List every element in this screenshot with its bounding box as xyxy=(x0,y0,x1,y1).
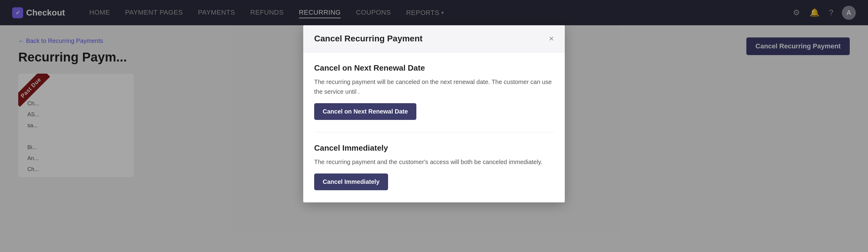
cancel-next-renewal-title: Cancel on Next Renewal Date xyxy=(314,63,554,73)
cancel-immediately-button[interactable]: Cancel Immediately xyxy=(314,173,388,190)
modal-close-button[interactable]: × xyxy=(549,34,554,43)
cancel-immediately-section: Cancel Immediately The recurring payment… xyxy=(314,143,554,190)
modal-title: Cancel Recurring Payment xyxy=(314,34,423,44)
modal-header: Cancel Recurring Payment × xyxy=(303,25,565,52)
cancel-immediately-title: Cancel Immediately xyxy=(314,143,554,153)
cancel-immediately-desc: The recurring payment and the customer's… xyxy=(314,157,554,167)
cancel-next-renewal-desc: The recurring payment will be canceled o… xyxy=(314,77,554,96)
modal-overlay: Cancel Recurring Payment × Cancel on Nex… xyxy=(0,0,868,252)
cancel-recurring-modal: Cancel Recurring Payment × Cancel on Nex… xyxy=(303,25,565,202)
modal-body: Cancel on Next Renewal Date The recurrin… xyxy=(303,52,565,202)
cancel-next-renewal-section: Cancel on Next Renewal Date The recurrin… xyxy=(314,63,554,120)
cancel-next-renewal-button[interactable]: Cancel on Next Renewal Date xyxy=(314,103,416,120)
